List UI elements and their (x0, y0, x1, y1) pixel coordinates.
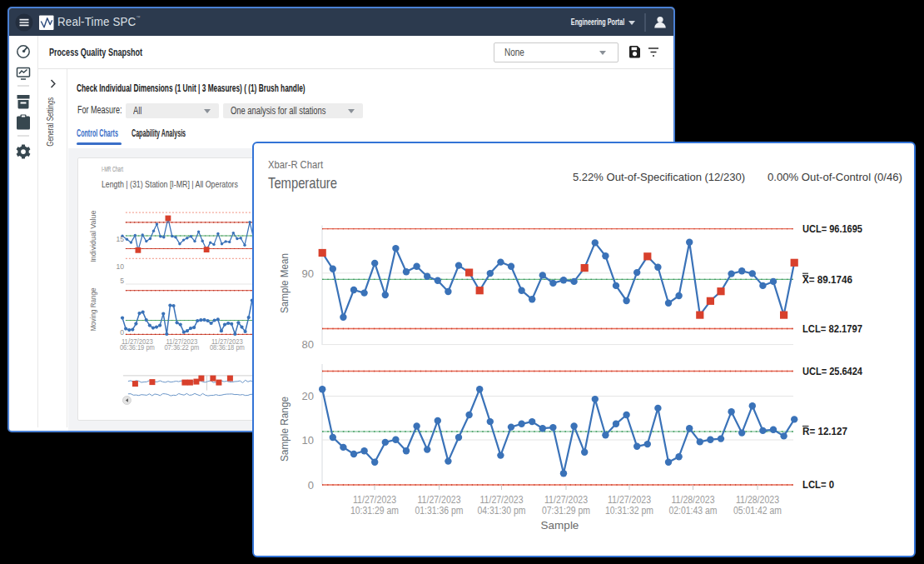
svg-text:06:36:19 pm: 06:36:19 pm (120, 343, 155, 352)
svg-text:0.00% Out-of-Control (0/46): 0.00% Out-of-Control (0/46) (768, 171, 902, 183)
svg-text:Moving Range: Moving Range (89, 288, 97, 332)
svg-text:Sample Range: Sample Range (278, 397, 291, 462)
svg-text:20: 20 (302, 390, 314, 402)
svg-text:11/27/2023: 11/27/2023 (418, 494, 461, 506)
svg-text:0: 0 (308, 479, 314, 492)
svg-text:Temperature: Temperature (268, 174, 337, 192)
svg-text:10:31:29 am: 10:31:29 am (350, 505, 399, 517)
svg-text:X= 89.1746: X= 89.1746 (802, 274, 852, 286)
svg-text:07:36:22 pm: 07:36:22 pm (164, 343, 199, 352)
svg-text:07:31:29 pm: 07:31:29 pm (542, 505, 590, 517)
svg-text:Individual Value: Individual Value (89, 211, 97, 262)
svg-text:11/27/2023: 11/27/2023 (544, 494, 588, 506)
svg-text:11/28/2023: 11/28/2023 (736, 494, 779, 506)
svg-text:90: 90 (302, 267, 314, 280)
svg-text:5.22% Out-of-Specification (12: 5.22% Out-of-Specification (12/230) (573, 171, 745, 183)
svg-text:10: 10 (116, 262, 124, 271)
svg-text:11/27/2023: 11/27/2023 (608, 494, 651, 506)
svg-text:05:01:42 am: 05:01:42 am (733, 505, 782, 517)
svg-text:80: 80 (302, 338, 314, 351)
svg-text:Length | (31) Station [I-MR] |: Length | (31) Station [I-MR] | All Opera… (102, 179, 238, 189)
svg-text:Xbar-R Chart: Xbar-R Chart (268, 158, 323, 171)
svg-text:I-MR Chart: I-MR Chart (102, 165, 123, 173)
svg-text:02:01:43 am: 02:01:43 am (669, 505, 718, 517)
svg-text:11/27/2023: 11/27/2023 (353, 494, 396, 506)
svg-text:General Settings: General Settings (45, 97, 55, 146)
svg-text:0: 0 (120, 328, 124, 337)
svg-text:11/27/2023: 11/27/2023 (480, 494, 524, 506)
svg-text:15: 15 (116, 235, 124, 243)
svg-text:10: 10 (302, 434, 314, 447)
svg-text:LCL= 82.1797: LCL= 82.1797 (802, 323, 862, 335)
svg-text:UCL= 96.1695: UCL= 96.1695 (802, 223, 862, 235)
svg-text:UCL= 25.6424: UCL= 25.6424 (802, 366, 862, 377)
svg-text:5: 5 (120, 277, 124, 285)
svg-text:08:36:18 pm: 08:36:18 pm (210, 343, 245, 352)
svg-text:Sample Mean: Sample Mean (278, 253, 291, 313)
svg-text:Sample: Sample (541, 519, 579, 532)
svg-text:10:31:32 pm: 10:31:32 pm (605, 505, 653, 517)
svg-text:11/28/2023: 11/28/2023 (672, 494, 715, 506)
svg-text:LCL= 0: LCL= 0 (802, 479, 834, 491)
svg-text:04:31:30 pm: 04:31:30 pm (478, 505, 526, 517)
svg-text:R= 12.127: R= 12.127 (802, 426, 847, 437)
svg-text:01:31:36 pm: 01:31:36 pm (415, 505, 464, 517)
